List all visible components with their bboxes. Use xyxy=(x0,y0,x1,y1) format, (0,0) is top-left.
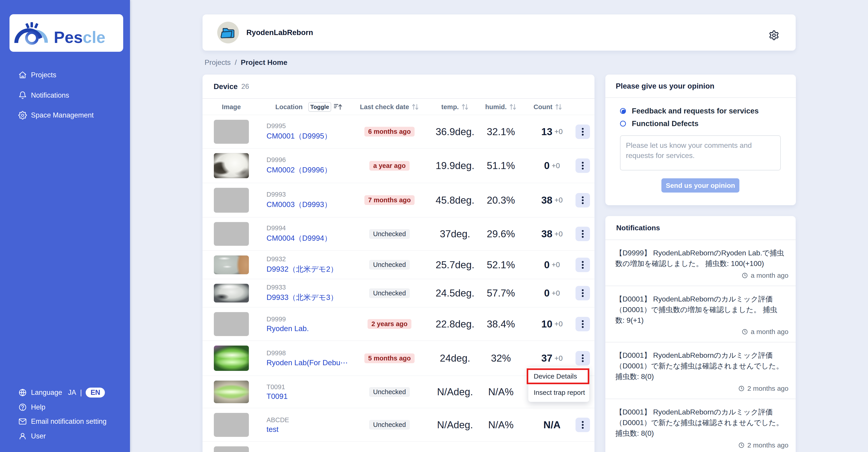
svg-text:Pescle: Pescle xyxy=(54,28,105,46)
